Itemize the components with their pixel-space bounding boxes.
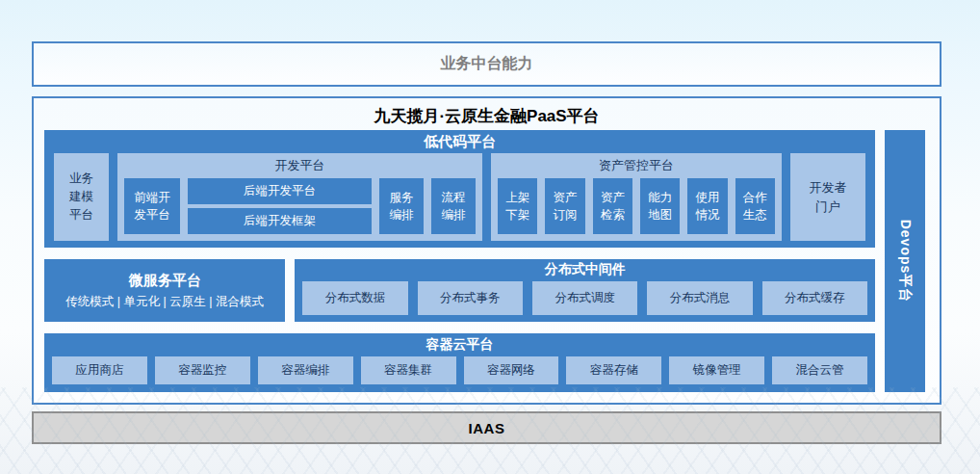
distributed-scheduling-box: 分布式调度 (532, 281, 637, 315)
asset-subscription-box: 资产 订阅 (545, 178, 584, 234)
container-cluster-box: 容器集群 (361, 356, 456, 384)
distributed-cache-box: 分布式缓存 (762, 281, 867, 315)
cooperation-ecosystem-box: 合作 生态 (735, 178, 775, 234)
distributed-middleware-block: 分布式中间件 分布式数据 分布式事务 分布式调度 分布式消息 分布式缓存 (295, 259, 875, 322)
frontend-dev-platform-box: 前端开 发平台 (124, 178, 180, 234)
asset-control-body: 上架 下架 资产 订阅 资产 检索 能力 地图 使用 情况 合作 生态 (498, 178, 775, 234)
container-cloud-platform-title: 容器云平台 (44, 333, 875, 356)
app-store-box: 应用商店 (52, 356, 147, 384)
platform-column: 低代码平台 业务 建模 平台 开发平台 前端开 发平台 后端开发平台 后端开发框… (44, 130, 875, 392)
capability-map-box: 能力 地图 (640, 178, 680, 234)
distributed-middleware-title: 分布式中间件 (295, 259, 875, 281)
container-orchestration-box: 容器编排 (258, 356, 353, 384)
platform-content: 低代码平台 业务 建模 平台 开发平台 前端开 发平台 后端开发平台 后端开发框… (44, 130, 925, 392)
process-orchestration-box: 流程 编排 (431, 178, 476, 234)
image-management-box: 镜像管理 (669, 356, 764, 384)
dev-platform-title: 开发平台 (124, 155, 476, 178)
middle-row: 微服务平台 传统模式 | 单元化 | 云原生 | 混合模式 分布式中间件 分布式… (44, 259, 875, 322)
page-title: 九天揽月·云原生金融PaaS平台 (34, 98, 940, 127)
iaas-layer-bar: IAAS (32, 411, 941, 444)
lowcode-platform-title: 低代码平台 (44, 130, 875, 153)
service-orchestration-box: 服务 编排 (379, 178, 424, 234)
dev-platform-body: 前端开 发平台 后端开发平台 后端开发框架 服务 编排 流程 编排 (124, 178, 476, 234)
asset-onoff-shelf-box: 上架 下架 (498, 178, 537, 234)
backend-column: 后端开发平台 后端开发框架 (188, 178, 372, 234)
devops-platform-label: Devops平台 (896, 220, 914, 303)
backend-dev-platform-box: 后端开发平台 (188, 178, 372, 204)
business-modeling-platform-box: 业务 建模 平台 (54, 153, 109, 241)
container-storage-box: 容器存储 (566, 356, 661, 384)
asset-control-platform-group: 资产管控平台 上架 下架 资产 订阅 资产 检索 能力 地图 使用 情况 合作 … (491, 153, 782, 241)
container-cloud-cells: 应用商店 容器监控 容器编排 容器集群 容器网络 容器存储 镜像管理 混合云管 (44, 356, 875, 392)
banner-label: 业务中台能力 (441, 54, 533, 74)
container-network-box: 容器网络 (464, 356, 559, 384)
business-middle-platform-banner: 业务中台能力 (32, 41, 941, 87)
asset-control-platform-title: 资产管控平台 (498, 155, 775, 178)
hybrid-cloud-management-box: 混合云管 (772, 356, 867, 384)
distributed-transaction-box: 分布式事务 (418, 281, 523, 315)
lowcode-body: 业务 建模 平台 开发平台 前端开 发平台 后端开发平台 后端开发框架 服务 编… (44, 153, 875, 248)
microservice-modes-label: 传统模式 | 单元化 | 云原生 | 混合模式 (65, 294, 264, 310)
microservice-platform-block: 微服务平台 传统模式 | 单元化 | 云原生 | 混合模式 (44, 259, 285, 322)
container-monitoring-box: 容器监控 (155, 356, 250, 384)
distributed-message-box: 分布式消息 (647, 281, 752, 315)
usage-status-box: 使用 情况 (687, 178, 727, 234)
dev-platform-group: 开发平台 前端开 发平台 后端开发平台 后端开发框架 服务 编排 流程 编排 (117, 153, 482, 241)
lowcode-platform-block: 低代码平台 业务 建模 平台 开发平台 前端开 发平台 后端开发平台 后端开发框… (44, 130, 875, 248)
middleware-cells: 分布式数据 分布式事务 分布式调度 分布式消息 分布式缓存 (295, 281, 875, 322)
container-cloud-platform-block: 容器云平台 应用商店 容器监控 容器编排 容器集群 容器网络 容器存储 镜像管理… (44, 333, 875, 392)
microservice-platform-title: 微服务平台 (129, 272, 201, 290)
distributed-data-box: 分布式数据 (302, 281, 407, 315)
paas-platform-container: 九天揽月·云原生金融PaaS平台 低代码平台 业务 建模 平台 开发平台 前端开… (32, 96, 941, 405)
developer-portal-box: 开发者 门户 (790, 153, 865, 241)
backend-dev-framework-box: 后端开发框架 (188, 208, 372, 234)
iaas-label: IAAS (469, 420, 505, 436)
asset-search-box: 资产 检索 (593, 178, 632, 234)
devops-platform-bar: Devops平台 (885, 130, 925, 392)
